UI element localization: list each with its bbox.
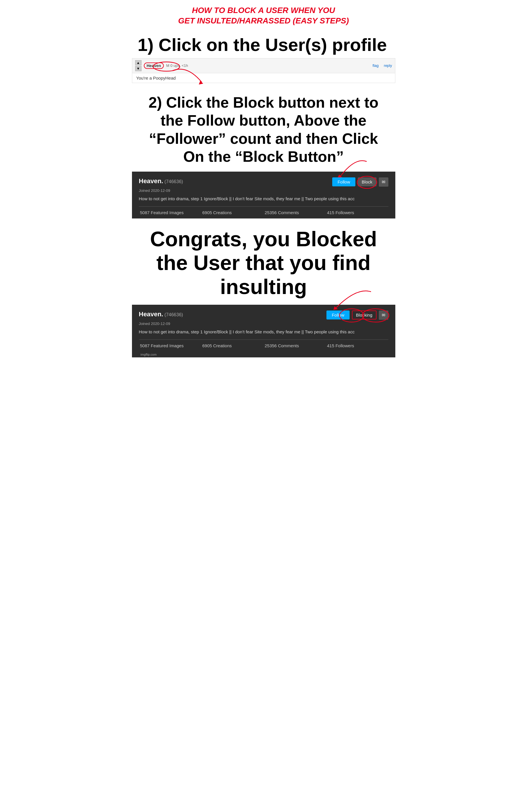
- profile-actions-wrapper-2: Follow Blocking ✉: [326, 310, 388, 320]
- stat-creations-2: 6905 Creations: [201, 343, 264, 348]
- profile-joined-1: Joined 2020-12-09: [139, 188, 389, 193]
- svg-marker-2: [338, 174, 342, 177]
- profile-name-2: Heaven.: [139, 310, 163, 318]
- reply-link[interactable]: reply: [384, 63, 392, 68]
- comment-actions: flag reply: [372, 63, 392, 68]
- blocking-button-2[interactable]: Blocking: [352, 310, 377, 319]
- comment-content: You're a PoopyHead: [132, 73, 395, 83]
- title-line2: GET INSULTED/HARRASSED (EASY STEPS): [178, 16, 349, 25]
- downvote-btn[interactable]: ▼: [135, 66, 142, 71]
- comment-info: M 0 ups, <1h: [166, 63, 188, 68]
- flag-link[interactable]: flag: [372, 63, 379, 68]
- title-text: HOW TO BLOCK A USER WHEN YOU GET INSULTE…: [149, 5, 378, 26]
- comment-row: ▲ ▼ Heaven M 0 ups, <1h flag reply: [132, 58, 395, 73]
- profile-actions-2: Follow Blocking ✉: [326, 310, 388, 320]
- profile-actions-wrapper-1: Follow Block ✉: [332, 177, 388, 187]
- profile-name-section: Heaven. (746636): [139, 177, 183, 185]
- svg-marker-4: [333, 306, 338, 310]
- stat-comments-1: 25356 Comments: [264, 210, 326, 215]
- mail-button-1[interactable]: ✉: [379, 177, 389, 187]
- stat-comments-2: 25356 Comments: [264, 343, 326, 348]
- comment-meta: Heaven M 0 ups, <1h: [144, 62, 370, 69]
- upvote-btn[interactable]: ▲: [135, 60, 142, 66]
- profile-header-1: Heaven. (746636) Follow Block ✉: [139, 177, 389, 187]
- follow-button-2[interactable]: Follow: [326, 310, 349, 319]
- congrats-heading: Congrats, you Blocked the User that you …: [132, 218, 395, 305]
- step2-heading: 2) Click the Block button next to the Fo…: [132, 85, 395, 172]
- profile-bio-1: How to not get into drama, step 1 Ignore…: [139, 195, 389, 202]
- profile-name-1: Heaven.: [139, 177, 163, 185]
- profile-id-2: (746636): [164, 312, 183, 317]
- block-button-1[interactable]: Block: [358, 177, 377, 186]
- stat-featured-2: 5087 Featured Images: [139, 343, 202, 348]
- mail-button-2[interactable]: ✉: [379, 310, 389, 320]
- profile-id-1: (746636): [164, 179, 183, 184]
- profile-bio-2: How to not get into drama, step 1 Ignore…: [139, 329, 389, 335]
- comment-username[interactable]: Heaven: [144, 62, 164, 69]
- follow-button-1[interactable]: Follow: [332, 177, 355, 186]
- title-section: HOW TO BLOCK A USER WHEN YOU GET INSULTE…: [132, 0, 395, 29]
- profile-stats-1: 5087 Featured Images 6905 Creations 2535…: [139, 206, 389, 218]
- profile-joined-2: Joined 2020-12-09: [139, 321, 389, 326]
- profile-stats-2: 5087 Featured Images 6905 Creations 2535…: [139, 339, 389, 352]
- profile-card-2: Heaven. (746636) Follow Blocking ✉: [132, 305, 395, 358]
- stat-creations-1: 6905 Creations: [201, 210, 264, 215]
- profile-name-section-2: Heaven. (746636): [139, 310, 183, 318]
- profile-header-2: Heaven. (746636) Follow Blocking ✉: [139, 310, 389, 320]
- stat-followers-1: 415 Followers: [326, 210, 389, 215]
- stat-featured-1: 5087 Featured Images: [139, 210, 202, 215]
- comment-block: ▲ ▼ Heaven M 0 ups, <1h flag reply You'r…: [132, 58, 395, 83]
- vote-arrows: ▲ ▼: [135, 60, 142, 71]
- title-line1: HOW TO BLOCK A USER WHEN YOU: [192, 6, 335, 15]
- watermark: imgflip.com: [139, 352, 389, 358]
- profile-actions-1: Follow Block ✉: [332, 177, 388, 187]
- stat-followers-2: 415 Followers: [326, 343, 389, 348]
- profile-card-1: Heaven. (746636) Follow Block ✉ Joined 2…: [132, 172, 395, 218]
- step1-heading: 1) Click on the User(s) profile: [132, 29, 395, 58]
